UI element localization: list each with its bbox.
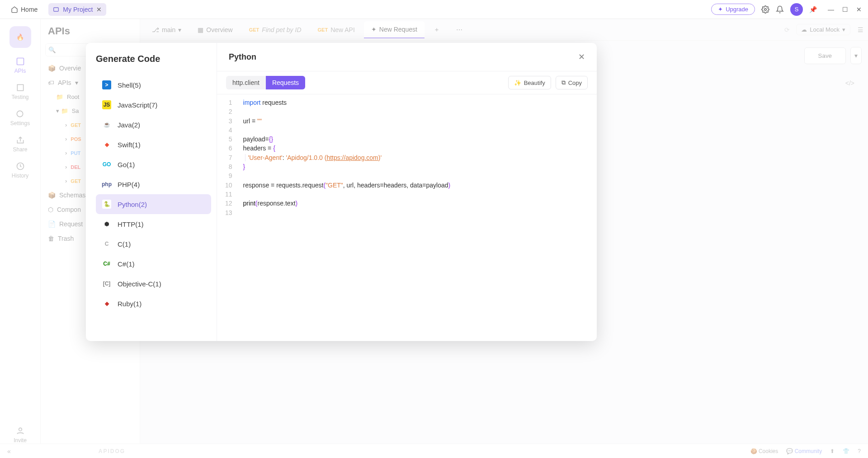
settings-rail-icon xyxy=(15,109,24,118)
window-controls: — ☐ ✕ xyxy=(828,6,862,13)
svg-point-4 xyxy=(17,111,23,117)
apis-icon xyxy=(16,57,25,66)
project-tab[interactable]: My Project ✕ xyxy=(48,3,106,16)
lang-label: Swift(1) xyxy=(118,141,141,149)
app-logo[interactable]: 🔥 xyxy=(9,26,31,48)
tab-newrequest[interactable]: ✦ New Request xyxy=(364,21,425,38)
modal-right: Python ✕ http.client Requests ✨ Beautify… xyxy=(217,43,597,341)
maximize-icon[interactable]: ☐ xyxy=(842,6,848,13)
settings-icon[interactable] xyxy=(761,5,769,14)
env-selector[interactable]: ☁ Local Mock ▾ xyxy=(796,24,850,35)
menu-icon[interactable]: ☰ xyxy=(858,26,863,33)
lang-icon: > xyxy=(102,80,111,89)
svg-rect-3 xyxy=(17,84,23,90)
svg-point-1 xyxy=(764,8,767,10)
lang-item-0[interactable]: >Shell(5) xyxy=(96,75,211,95)
generate-code-modal: Generate Code >Shell(5)JSJavaScript(7)☕J… xyxy=(86,43,597,341)
lang-icon: 🐍 xyxy=(102,200,111,209)
save-button[interactable]: Save xyxy=(804,47,846,64)
share-icon xyxy=(16,136,25,145)
tab-more[interactable]: ⋯ xyxy=(449,22,470,38)
lang-icon: ☕ xyxy=(102,120,111,129)
lang-label: Python(2) xyxy=(118,201,147,208)
code-area[interactable]: 12345678910111213 import requests url = … xyxy=(217,94,597,341)
tab-newapi[interactable]: GETNew API xyxy=(311,22,362,38)
lang-item-8[interactable]: CC(1) xyxy=(96,234,211,254)
save-dropdown[interactable]: ▾ xyxy=(850,47,862,64)
help-icon[interactable]: ? xyxy=(858,448,861,454)
modal-title: Generate Code xyxy=(96,54,211,64)
tab-add[interactable]: ＋ xyxy=(426,21,447,38)
brand-label: APIDOG xyxy=(99,448,125,454)
lang-item-4[interactable]: GOGo(1) xyxy=(96,154,211,174)
upload-icon[interactable]: ⬆ xyxy=(830,448,835,454)
avatar[interactable]: S xyxy=(790,3,803,16)
lang-item-3[interactable]: ◆Swift(1) xyxy=(96,135,211,154)
history-icon xyxy=(16,162,25,171)
upgrade-button[interactable]: ✦ Upgrade xyxy=(711,4,755,15)
lang-icon: C# xyxy=(102,259,111,268)
lang-item-7[interactable]: ⬢HTTP(1) xyxy=(96,214,211,234)
tab-findpet[interactable]: GETFind pet by ID xyxy=(242,22,309,38)
lang-icon: php xyxy=(102,180,111,189)
rail-history[interactable]: History xyxy=(12,162,28,179)
bell-icon[interactable] xyxy=(776,5,784,14)
pill-requests[interactable]: Requests xyxy=(266,76,305,89)
lang-item-11[interactable]: ◆Ruby(1) xyxy=(96,294,211,313)
titlebar: Home My Project ✕ ✦ Upgrade S 📌 — ☐ ✕ xyxy=(0,0,868,19)
svg-point-6 xyxy=(19,428,22,431)
tabbar: ⎇ main ▾ ▦ Overview GETFind pet by ID GE… xyxy=(140,19,868,41)
close-tab-icon[interactable]: ✕ xyxy=(96,6,102,13)
lang-item-2[interactable]: ☕Java(2) xyxy=(96,115,211,135)
beautify-button[interactable]: ✨ Beautify xyxy=(508,76,551,89)
pin-icon[interactable]: 📌 xyxy=(809,6,817,13)
lang-icon: ◆ xyxy=(102,299,111,308)
tab-overview[interactable]: ▦ Overview xyxy=(190,22,240,38)
lang-item-5[interactable]: phpPHP(4) xyxy=(96,174,211,194)
lang-label: C#(1) xyxy=(118,260,135,268)
community-link[interactable]: 💬 Community xyxy=(786,448,822,454)
shirt-icon[interactable]: 👕 xyxy=(843,448,849,454)
minimize-icon[interactable]: — xyxy=(828,6,834,13)
lang-label: Objective-C(1) xyxy=(118,280,161,288)
rail-settings[interactable]: Settings xyxy=(10,109,30,126)
sidebar-title: APIs xyxy=(45,25,135,37)
left-rail: 🔥 APIs Testing Settings Share History In… xyxy=(0,19,41,444)
testing-icon xyxy=(16,83,25,92)
bottombar: « APIDOG 🍪 Cookies 💬 Community ⬆ 👕 ? xyxy=(0,444,868,458)
refresh-icon[interactable]: ⟳ xyxy=(784,26,790,33)
close-window-icon[interactable]: ✕ xyxy=(856,6,862,13)
close-modal-icon[interactable]: ✕ xyxy=(578,52,585,62)
home-icon xyxy=(11,6,18,13)
lang-item-9[interactable]: C#C#(1) xyxy=(96,254,211,274)
lang-label: PHP(4) xyxy=(118,181,140,188)
rail-share[interactable]: Share xyxy=(13,136,27,153)
branch-selector[interactable]: ⎇ main ▾ xyxy=(145,22,189,38)
rail-apis[interactable]: APIs xyxy=(14,57,26,74)
library-pills: http.client Requests xyxy=(226,76,305,89)
collapse-icon[interactable]: « xyxy=(7,448,11,455)
code-language-title: Python xyxy=(229,52,256,62)
svg-rect-2 xyxy=(17,58,24,65)
lang-label: HTTP(1) xyxy=(118,220,144,228)
rail-invite[interactable]: Invite xyxy=(14,426,27,444)
home-button[interactable]: Home xyxy=(6,3,42,16)
lang-label: Shell(5) xyxy=(118,81,141,89)
rail-testing[interactable]: Testing xyxy=(11,83,28,100)
code-toggle-icon[interactable]: </> xyxy=(845,79,854,87)
lang-icon: [C] xyxy=(102,279,111,288)
code-content: import requests url = "" payload={} head… xyxy=(239,94,597,341)
lang-icon: ⬢ xyxy=(102,220,111,229)
logo-icon: 🔥 xyxy=(16,33,24,41)
cookies-link[interactable]: 🍪 Cookies xyxy=(750,448,778,454)
pill-httpclient[interactable]: http.client xyxy=(226,76,266,89)
lang-item-10[interactable]: [C]Objective-C(1) xyxy=(96,274,211,294)
lang-label: C(1) xyxy=(118,240,131,248)
lang-icon: JS xyxy=(102,100,111,109)
lang-label: Ruby(1) xyxy=(118,300,142,308)
copy-button[interactable]: ⧉ Copy xyxy=(556,76,588,89)
upgrade-label: Upgrade xyxy=(726,6,748,13)
lang-item-1[interactable]: JSJavaScript(7) xyxy=(96,95,211,115)
lang-item-6[interactable]: 🐍Python(2) xyxy=(96,194,211,214)
invite-icon xyxy=(16,426,25,435)
